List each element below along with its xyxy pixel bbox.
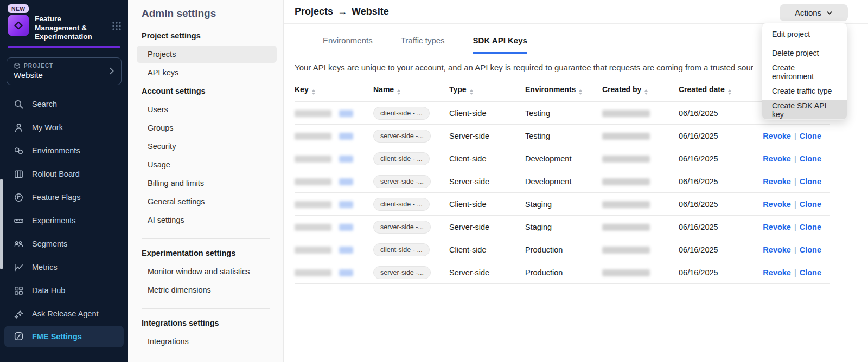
sidebar-item-rollout-board[interactable]: Rollout Board (0, 163, 128, 186)
sidebar-item-feature-flags[interactable]: Feature Flags (0, 186, 128, 209)
clone-link[interactable]: Clone (800, 268, 821, 277)
sidebar-scrollbar[interactable] (0, 179, 3, 269)
column-header-type[interactable]: Type (449, 80, 525, 102)
menu-item-create-sdk-api-key[interactable]: Create SDK API key (762, 100, 847, 119)
revoke-link[interactable]: Revoke (763, 132, 791, 140)
sidebar-item-label: Data Hub (32, 286, 65, 295)
copy-key-link[interactable] (339, 201, 353, 208)
column-header-name[interactable]: Name (373, 80, 449, 102)
admin-item-projects[interactable]: Projects (137, 46, 277, 63)
key-cell (295, 170, 373, 193)
key-name-badge[interactable]: client-side - ... (373, 152, 430, 165)
name-cell: server-side -... (373, 216, 449, 238)
redacted-api-key (295, 247, 331, 254)
sidebar-item-segments[interactable]: Segments (0, 232, 128, 256)
clone-link[interactable]: Clone (800, 223, 821, 231)
column-header-created-date[interactable]: Created date (679, 80, 756, 102)
clone-link[interactable]: Clone (800, 177, 821, 186)
copy-key-link[interactable] (339, 178, 353, 185)
admin-item-api-keys[interactable]: API keys (142, 64, 277, 81)
tab-sdk-api-keys[interactable]: SDK API Keys (473, 36, 527, 54)
key-name-badge[interactable]: server-side -... (373, 266, 431, 279)
app-switcher-icon[interactable] (112, 21, 122, 31)
sidebar-item-environments[interactable]: Environments (0, 139, 128, 163)
admin-item-usage[interactable]: Usage (142, 156, 277, 173)
key-name-badge[interactable]: server-side -... (373, 130, 431, 143)
environment-cell: Staging (525, 216, 602, 238)
sidebar-item-data-hub[interactable]: Data Hub (0, 279, 128, 302)
api-keys-table: Key Name Type Environments Created by Cr… (295, 80, 830, 284)
revoke-link[interactable]: Revoke (763, 223, 791, 231)
sort-icon (728, 89, 731, 95)
admin-item-general-settings[interactable]: General settings (142, 193, 277, 210)
key-name-badge[interactable]: client-side - ... (373, 107, 430, 120)
tab-environments[interactable]: Environments (323, 36, 373, 54)
menu-item-create-traffic-type[interactable]: Create traffic type (762, 81, 847, 100)
people-icon (13, 238, 24, 249)
created-date-cell: 06/16/2025 (679, 102, 756, 125)
admin-item-integrations[interactable]: Integrations (142, 333, 277, 350)
revoke-link[interactable]: Revoke (763, 177, 791, 186)
admin-item-groups[interactable]: Groups (142, 119, 277, 137)
sidebar-item-label: FME Settings (32, 332, 82, 341)
menu-item-edit-project[interactable]: Edit project (762, 24, 847, 43)
sidebar-header: NEW Feature Management & Experimentation (0, 0, 128, 42)
menu-item-create-environment[interactable]: Create environment (762, 62, 847, 81)
redacted-created-by (602, 247, 650, 254)
admin-item-security[interactable]: Security (142, 138, 277, 155)
key-name-badge[interactable]: client-side - ... (373, 198, 430, 211)
column-header-created-by[interactable]: Created by (602, 80, 679, 102)
column-header-key[interactable]: Key (295, 80, 373, 102)
copy-key-link[interactable] (339, 269, 353, 276)
action-separator: | (794, 223, 796, 231)
breadcrumb-parent[interactable]: Projects (295, 6, 333, 17)
key-name-badge[interactable]: server-side -... (373, 175, 431, 188)
copy-key-link[interactable] (339, 156, 353, 163)
revoke-link[interactable]: Revoke (763, 200, 791, 209)
admin-item-users[interactable]: Users (142, 101, 277, 118)
sidebar-item-my-work[interactable]: My Work (0, 116, 128, 139)
revoke-link[interactable]: Revoke (763, 245, 791, 254)
redacted-created-by (602, 110, 650, 117)
created-by-cell (602, 216, 679, 238)
row-actions-cell: Revoke|Clone (756, 125, 830, 147)
key-name-badge[interactable]: server-side -... (373, 221, 431, 234)
redacted-api-key (295, 201, 331, 208)
copy-key-link[interactable] (339, 133, 353, 140)
environment-cell: Testing (525, 102, 602, 125)
menu-item-delete-project[interactable]: Delete project (762, 43, 847, 62)
copy-key-link[interactable] (339, 247, 353, 254)
tab-traffic-types[interactable]: Traffic types (401, 36, 445, 54)
sort-icon (312, 89, 315, 95)
project-selector[interactable]: PROJECT Website (7, 57, 122, 85)
actions-button[interactable]: Actions (780, 4, 848, 21)
redacted-api-key (295, 178, 331, 185)
table-row: server-side -...Server-sideTesting06/16/… (295, 125, 830, 147)
column-header-environments[interactable]: Environments (525, 80, 602, 102)
key-name-badge[interactable]: client-side - ... (373, 243, 430, 256)
admin-item-billing-and-limits[interactable]: Billing and limits (142, 174, 277, 192)
sidebar-item-fme-settings[interactable]: FME Settings (4, 326, 124, 347)
admin-divider (142, 308, 270, 309)
sidebar-item-search[interactable]: Search (0, 93, 128, 116)
section-header-project-settings: Project settings (142, 31, 277, 40)
key-cell (295, 125, 373, 147)
table-header-row: Key Name Type Environments Created by Cr… (295, 80, 830, 102)
created-by-cell (602, 193, 679, 216)
environment-cell: Production (525, 238, 602, 261)
sidebar-item-ask-release-agent[interactable]: Ask Release Agent (0, 302, 128, 326)
admin-item-metric-dimensions[interactable]: Metric dimensions (142, 281, 277, 299)
admin-item-monitor-window[interactable]: Monitor window and statistics (142, 263, 277, 280)
sidebar-item-metrics[interactable]: Metrics (0, 256, 128, 279)
admin-item-ai-settings[interactable]: AI settings (142, 211, 277, 229)
clone-link[interactable]: Clone (800, 245, 821, 254)
revoke-link[interactable]: Revoke (763, 268, 791, 277)
revoke-link[interactable]: Revoke (763, 154, 791, 163)
copy-key-link[interactable] (339, 224, 353, 231)
clone-link[interactable]: Clone (800, 154, 821, 163)
clone-link[interactable]: Clone (800, 132, 821, 140)
clone-link[interactable]: Clone (800, 200, 821, 209)
sidebar-item-experiments[interactable]: Experiments (0, 209, 128, 232)
redacted-api-key (295, 269, 331, 276)
copy-key-link[interactable] (339, 110, 353, 117)
